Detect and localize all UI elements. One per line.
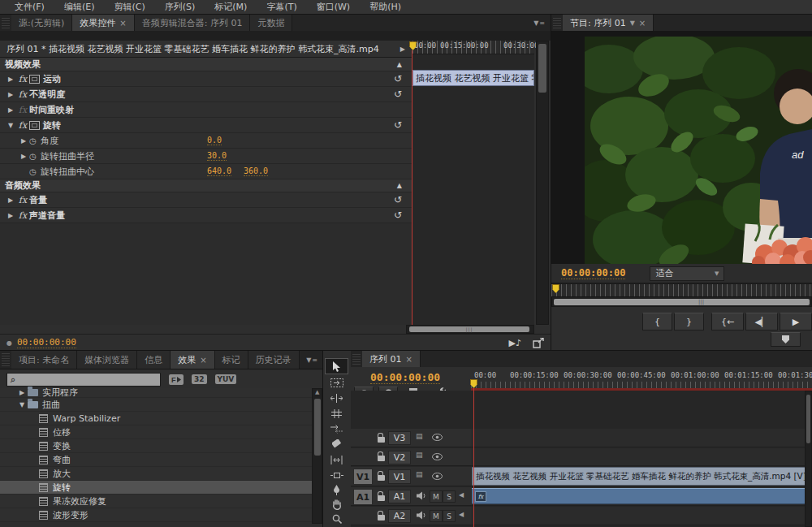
tree-row-effect[interactable]: 波形变形 <box>0 508 312 522</box>
pm-timecode[interactable]: 00:00:00:00 <box>561 267 625 279</box>
go-to-in-button[interactable]: {← <box>711 313 744 330</box>
speaker-icon[interactable] <box>417 511 426 520</box>
scroll-thumb[interactable] <box>314 399 321 456</box>
eye-icon[interactable] <box>432 473 443 480</box>
ec-mini-timeline[interactable]: 00:00 00:15:00:00 00:30:00 插花视频 花艺视频 开业花… <box>412 41 534 325</box>
show-timeline-icon[interactable]: ▶ <box>400 45 405 53</box>
effect-row-channel-volume[interactable]: ▶ fx 声道音量 ↺ <box>0 208 412 223</box>
zoom-level-select[interactable]: 适合 ▼ <box>650 266 724 281</box>
track-style-icon[interactable]: ▤ <box>416 470 423 478</box>
effect-row-motion[interactable]: ▶ fx 运动 ↺ <box>0 71 412 87</box>
expander-icon[interactable]: ▼ <box>5 122 16 129</box>
tree-row-effect-selected[interactable]: 旋转 <box>0 481 312 495</box>
video-clip[interactable]: 插花视频 花艺视频 开业花篮 零基础花艺 婚车插花 鲜花的养护 韩式花束_高清.… <box>472 467 812 486</box>
marker-button[interactable] <box>771 332 801 347</box>
lock-icon[interactable] <box>378 475 385 481</box>
ec-vscrollbar[interactable] <box>536 41 549 325</box>
stopwatch-icon[interactable]: ◷ <box>29 152 41 161</box>
selected-clip-bar[interactable]: 插花视频 花艺视频 开业花篮 零 <box>412 70 534 86</box>
mark-in-button[interactable]: { <box>642 313 672 330</box>
menu-marker[interactable]: 标记(M) <box>205 0 257 14</box>
video-effects-header[interactable]: 视频效果 ▲ <box>0 58 412 71</box>
menu-window[interactable]: 窗口(W) <box>307 0 360 14</box>
rate-stretch-tool[interactable] <box>326 421 348 436</box>
eye-icon[interactable] <box>432 453 443 460</box>
keyframe-prev-icon[interactable]: ◀ <box>459 511 464 518</box>
tab-audio-mixer[interactable]: 音频剪辑混合器: 序列 01 <box>135 15 251 31</box>
chevron-down-icon[interactable]: ▼ <box>630 19 635 27</box>
reset-icon[interactable]: ↺ <box>394 119 402 131</box>
mark-out-button[interactable]: } <box>674 313 704 330</box>
speaker-icon[interactable] <box>417 491 426 500</box>
param-value-y[interactable]: 360.0 <box>244 166 268 176</box>
lock-icon[interactable] <box>378 456 385 461</box>
reset-icon[interactable]: ↺ <box>394 89 402 100</box>
expander-icon[interactable]: ▶ <box>5 106 16 114</box>
close-icon[interactable]: × <box>119 19 126 28</box>
track-style-icon[interactable]: ▤ <box>416 451 423 459</box>
eye-icon[interactable] <box>432 434 443 441</box>
tab-effect-controls[interactable]: 效果控件 × <box>72 15 134 31</box>
track-content-v3[interactable] <box>471 429 812 447</box>
step-back-button[interactable]: ◀▏ <box>745 313 778 330</box>
expander-icon[interactable]: ▶ <box>18 137 29 145</box>
param-value-x[interactable]: 640.0 <box>207 166 231 176</box>
mute-button[interactable]: M <box>430 490 443 503</box>
track-name[interactable]: A2 <box>388 509 411 523</box>
track-name[interactable]: V3 <box>388 431 411 445</box>
reset-icon[interactable]: ↺ <box>394 73 402 84</box>
pen-tool[interactable] <box>326 482 348 497</box>
solo-button[interactable]: S <box>443 510 456 522</box>
menu-clip[interactable]: 剪辑(C) <box>104 0 154 14</box>
panel-menu-icon[interactable]: ▼≡ <box>529 15 551 31</box>
tree-row-distort-folder[interactable]: ▼ 扭曲 <box>0 398 312 412</box>
expander-icon[interactable]: ▶ <box>5 197 16 204</box>
track-name[interactable]: V1 <box>388 469 411 484</box>
solo-button[interactable]: S <box>443 490 456 503</box>
tab-metadata[interactable]: 元数据 <box>250 15 292 31</box>
param-row-twirl-center[interactable]: ◷ 旋转扭曲中心 640.0 360.0 <box>0 164 412 179</box>
track-name[interactable]: A1 <box>388 490 411 503</box>
panel-menu-icon[interactable]: ▼≡ <box>301 351 323 369</box>
scroll-thumb[interactable]: ||| <box>409 326 529 332</box>
tab-markers[interactable]: 标记 <box>215 351 248 369</box>
source-patch-a1[interactable]: A1 <box>353 489 373 505</box>
expander-icon[interactable]: ▶ <box>18 153 29 160</box>
close-icon[interactable]: × <box>200 356 206 365</box>
timeline-timecode[interactable]: 00:00:00:00 <box>370 371 440 384</box>
yuv-badge-icon[interactable]: YUV <box>215 374 237 384</box>
tab-source-monitor[interactable]: 源:(无剪辑) <box>11 15 72 31</box>
menu-sequence[interactable]: 序列(S) <box>155 0 205 14</box>
expander-icon[interactable]: ▶ <box>5 76 16 83</box>
track-name[interactable]: V2 <box>388 451 411 464</box>
tab-project[interactable]: 项目: 未命名 <box>11 351 77 369</box>
panel-grip[interactable] <box>352 353 361 365</box>
ec-timecode[interactable]: 00:00:00:00 <box>17 337 76 348</box>
track-content-a2[interactable] <box>471 507 812 525</box>
fx-icon[interactable]: fx <box>16 210 29 221</box>
track-content-v2[interactable] <box>471 448 812 466</box>
selection-tool[interactable] <box>326 359 348 374</box>
audio-clip[interactable]: fx <box>472 488 812 504</box>
param-value[interactable]: 0.0 <box>207 136 222 145</box>
pm-mini-ruler[interactable] <box>551 283 812 296</box>
tree-row-effect[interactable]: Warp Stabilizer <box>0 412 312 425</box>
menu-title[interactable]: 字幕(T) <box>257 0 306 14</box>
track-style-icon[interactable]: ▤ <box>416 432 423 440</box>
tab-program-monitor[interactable]: 节目: 序列 01 ▼ × <box>563 15 654 31</box>
effect-row-twirl[interactable]: ▼ fx 旋转 ↺ <box>0 118 412 133</box>
menu-help[interactable]: 帮助(H) <box>360 0 411 14</box>
panel-grip[interactable] <box>2 17 10 28</box>
track-select-tool[interactable] <box>326 375 348 390</box>
fx-icon[interactable]: fx <box>16 74 29 84</box>
hand-tool[interactable] <box>326 497 348 512</box>
play-audio-icon[interactable]: ▶♪ <box>509 338 522 348</box>
source-patch-v1[interactable]: V1 <box>353 469 373 485</box>
tab-history[interactable]: 历史记录 <box>248 351 300 369</box>
stopwatch-icon[interactable]: ◷ <box>29 167 41 176</box>
keyframe-prev-icon[interactable]: ◀ <box>459 491 464 499</box>
expander-icon[interactable]: ▶ <box>5 91 16 98</box>
tree-row-effect[interactable]: 弯曲 <box>0 453 312 467</box>
scroll-thumb[interactable] <box>806 395 810 443</box>
collapse-icon[interactable]: ▲ <box>397 61 402 68</box>
